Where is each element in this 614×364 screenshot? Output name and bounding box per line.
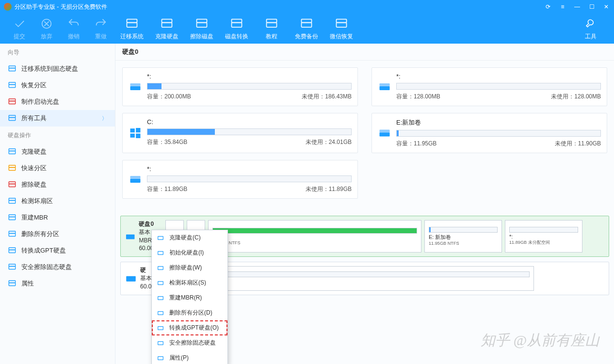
svg-rect-18	[9, 82, 16, 85]
cm-rebuild-mbr[interactable]: 重建MBR(R)	[152, 290, 227, 305]
properties-icon	[8, 279, 16, 288]
disk-icon	[125, 220, 136, 253]
cm-badsector[interactable]: 检测坏扇区(S)	[152, 275, 227, 290]
clone-icon	[157, 234, 164, 242]
svg-rect-16	[9, 66, 16, 68]
usage-bar	[147, 128, 352, 135]
tb-tutorial[interactable]: 教程	[254, 17, 289, 41]
sb-convert-gpt[interactable]: 转换成GPT硬盘	[0, 242, 115, 259]
maximize-icon[interactable]: ☐	[588, 3, 596, 10]
svg-rect-15	[9, 68, 16, 71]
svg-rect-62	[158, 341, 163, 345]
cm-secure-erase[interactable]: 安全擦除固态硬盘	[152, 335, 227, 350]
secure-erase-ssd-icon	[8, 263, 16, 271]
svg-rect-47	[130, 134, 135, 138]
sb-clone-disk[interactable]: 克隆硬盘	[0, 143, 115, 160]
wipe-icon	[157, 264, 164, 272]
tb-wechat-recover[interactable]: 微信恢复	[324, 17, 359, 41]
toolbar: 提交放弃撤销重做迁移系统克隆硬盘擦除磁盘磁盘转换教程免费备份微信恢复工具	[0, 14, 614, 44]
svg-rect-54	[126, 276, 136, 282]
sb-make-boot-disc[interactable]: 制作启动光盘	[0, 94, 115, 110]
drive-icon	[378, 73, 391, 101]
sb-secure-erase-ssd[interactable]: 安全擦除固态硬盘	[0, 259, 115, 275]
drive-icon	[129, 118, 142, 148]
drive-icon	[378, 118, 391, 148]
svg-rect-38	[9, 264, 16, 267]
svg-rect-21	[9, 118, 16, 121]
partition-card[interactable]: C:容量：35.84GB未使用：24.01GB	[122, 113, 358, 153]
tb-tools[interactable]: 工具	[573, 17, 608, 41]
svg-rect-13	[337, 22, 347, 27]
tb-free-backup[interactable]: 免费备份	[289, 17, 324, 41]
tb-redo[interactable]: 重做	[87, 17, 114, 41]
tb-clone-disk[interactable]: 克隆硬盘	[149, 17, 184, 41]
svg-rect-11	[302, 22, 312, 27]
usage-bar	[147, 83, 352, 90]
svg-rect-10	[267, 19, 277, 22]
svg-rect-7	[232, 22, 242, 27]
svg-rect-9	[267, 22, 277, 27]
svg-rect-3	[162, 22, 172, 27]
partition-card[interactable]: *:容量：200.00MB未使用：186.43MB	[122, 67, 358, 106]
close-icon[interactable]: ✕	[602, 3, 610, 10]
svg-rect-40	[9, 281, 16, 283]
svg-rect-25	[9, 168, 16, 171]
tb-discard[interactable]: 放弃	[33, 17, 60, 41]
partition-card[interactable]: *:容量：128.00MB未使用：128.00MB	[372, 67, 607, 106]
rebuild-mbr-icon	[157, 294, 164, 302]
sb-rebuild-mbr[interactable]: 重建MBR	[0, 209, 115, 226]
chevron-right-icon: 〉	[102, 115, 107, 122]
sb-all-tools[interactable]: 所有工具〉	[0, 110, 115, 127]
svg-rect-33	[9, 234, 16, 237]
tb-migrate[interactable]: 迁移系统	[114, 17, 149, 41]
svg-rect-41	[130, 86, 141, 90]
svg-rect-59	[158, 296, 163, 300]
svg-rect-31	[9, 217, 16, 220]
tb-commit[interactable]: 提交	[6, 17, 33, 41]
cm-delete-all[interactable]: 删除所有分区(D)	[152, 305, 227, 320]
partition-card[interactable]: E:新加卷容量：11.95GB未使用：11.90GB	[372, 113, 607, 153]
sidebar-wizard-heading: 向导	[0, 44, 115, 61]
rebuild-mbr-icon	[8, 213, 16, 222]
svg-rect-48	[136, 134, 140, 138]
properties-icon	[157, 354, 164, 362]
cm-clone[interactable]: 克隆硬盘(C)	[152, 230, 227, 245]
menu-icon[interactable]: ≡	[559, 3, 566, 10]
refresh-icon[interactable]: ⟳	[544, 3, 552, 10]
partition-card[interactable]: *:容量：11.89GB未使用：11.89GB	[122, 160, 358, 199]
sb-wipe-disk[interactable]: 擦除硬盘	[0, 176, 115, 193]
svg-rect-2	[127, 19, 137, 22]
svg-rect-36	[9, 248, 16, 250]
svg-rect-60	[158, 311, 163, 315]
disk-segment[interactable]: C:5.84GB NTFS	[208, 220, 421, 253]
cm-properties[interactable]: 属性(P)	[152, 350, 227, 364]
sb-migrate-ssd[interactable]: 迁移系统到固态硬盘	[0, 61, 115, 77]
titlebar: 分区助手专业版 - 无损分区免费软件 ⟳ ≡ — ☐ ✕	[0, 0, 614, 14]
cm-convert-gpt[interactable]: 转换成GPT硬盘(O)	[152, 320, 227, 335]
context-menu: 克隆硬盘(C)初始化硬盘(I)擦除硬盘(W)检测坏扇区(S)重建MBR(R)删除…	[151, 230, 228, 364]
sb-quick-partition[interactable]: 快速分区	[0, 160, 115, 176]
tb-convert-disk[interactable]: 磁盘转换	[219, 17, 254, 41]
delete-all-partitions-icon	[8, 230, 16, 238]
svg-rect-17	[9, 85, 16, 88]
tb-undo[interactable]: 撤销	[60, 17, 87, 41]
usage-bar	[147, 175, 352, 182]
svg-rect-12	[302, 19, 312, 22]
sidebar-diskops-heading: 硬盘操作	[0, 127, 115, 143]
disk-segment[interactable]: E: 新加卷11.95GB NTFS	[424, 220, 502, 253]
migrate-ssd-icon	[8, 64, 16, 73]
svg-rect-56	[158, 251, 163, 254]
tb-wipe-disk[interactable]: 擦除磁盘	[184, 17, 219, 41]
cm-init[interactable]: 初始化硬盘(I)	[152, 245, 227, 260]
disk-segment[interactable]: *:11.89GB 未分配空间	[505, 220, 582, 253]
sb-properties[interactable]: 属性	[0, 275, 115, 292]
svg-rect-53	[126, 235, 135, 239]
cm-wipe[interactable]: 擦除硬盘(W)	[152, 260, 227, 275]
convert-gpt-icon	[157, 324, 164, 332]
sb-bad-sector-check[interactable]: 检测坏扇区	[0, 193, 115, 209]
make-boot-disc-icon	[8, 97, 16, 106]
drive-icon	[129, 165, 142, 193]
sb-recover-partition[interactable]: 恢复分区	[0, 77, 115, 94]
minimize-icon[interactable]: —	[573, 3, 581, 10]
sb-delete-all-partitions[interactable]: 删除所有分区	[0, 226, 115, 242]
